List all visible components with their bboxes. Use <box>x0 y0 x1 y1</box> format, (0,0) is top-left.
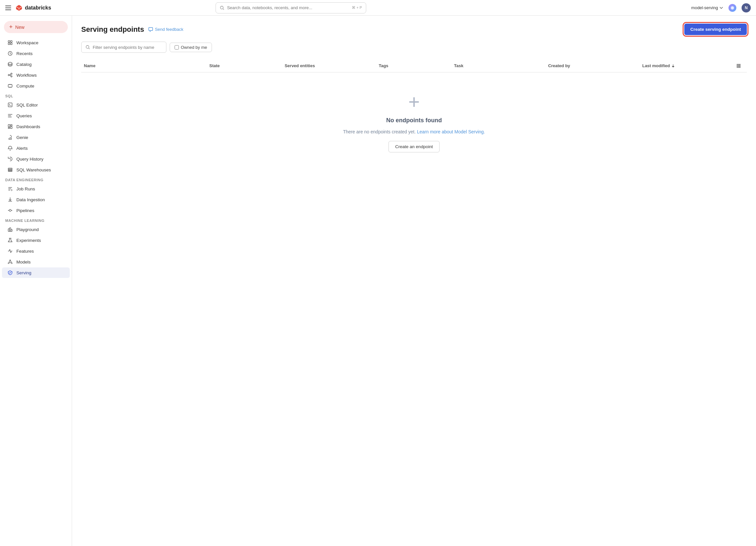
owned-by-me-filter[interactable]: Owned by me <box>170 43 212 52</box>
sql-section-label: SQL <box>0 91 72 99</box>
sidebar-item-catalog[interactable]: Catalog <box>2 59 70 69</box>
sidebar-item-dashboards[interactable]: Dashboards <box>2 121 70 132</box>
svg-rect-15 <box>8 127 10 128</box>
svg-rect-28 <box>738 64 739 67</box>
serving-icon <box>7 270 13 276</box>
svg-point-9 <box>11 76 12 77</box>
sidebar-item-query-history[interactable]: Query History <box>2 154 70 164</box>
features-icon <box>7 248 13 254</box>
sidebar-section-data-engineering: Data Engineering Job Runs Data Ingestion… <box>0 175 72 216</box>
sidebar-item-pipelines[interactable]: Pipelines <box>2 205 70 216</box>
plus-icon: + <box>9 24 13 30</box>
sidebar-item-sql-editor[interactable]: SQL Editor <box>2 100 70 110</box>
owned-by-me-checkbox[interactable] <box>175 45 179 49</box>
svg-rect-2 <box>8 41 10 42</box>
layout: + New Workspace Recents Catalog <box>0 16 756 546</box>
job-runs-icon <box>7 186 13 192</box>
sidebar-item-compute[interactable]: Compute <box>2 81 70 91</box>
sidebar-item-job-runs[interactable]: Job Runs <box>2 183 70 194</box>
search-icon <box>220 6 224 10</box>
workspace-selector[interactable]: model-serving <box>691 5 723 10</box>
svg-rect-3 <box>10 41 12 42</box>
sidebar-item-workspace[interactable]: Workspace <box>2 37 70 48</box>
filters-row: Owned by me <box>81 42 747 53</box>
models-icon <box>7 259 13 265</box>
alerts-icon <box>7 145 13 151</box>
svg-rect-18 <box>8 171 12 171</box>
sidebar-item-workflows[interactable]: Workflows <box>2 70 70 80</box>
sidebar-item-alerts[interactable]: Alerts <box>2 143 70 153</box>
menu-button[interactable] <box>5 6 11 10</box>
sidebar: + New Workspace Recents Catalog <box>0 16 72 546</box>
sort-icon <box>671 64 675 68</box>
sidebar-item-recents[interactable]: Recents <box>2 48 70 59</box>
col-name: Name <box>81 62 207 69</box>
avatar[interactable]: N <box>742 3 751 12</box>
page-header: Serving endpoints Send feedback Create s… <box>81 24 747 35</box>
svg-rect-27 <box>737 64 738 67</box>
ai-assistant-icon[interactable] <box>728 4 736 12</box>
svg-rect-13 <box>10 124 12 126</box>
sql-warehouses-icon <box>7 167 13 173</box>
chevron-down-icon <box>719 6 723 10</box>
sidebar-item-serving[interactable]: Serving <box>2 267 70 278</box>
pipelines-icon <box>7 207 13 213</box>
search-bar[interactable]: ⌘ + P <box>216 2 366 13</box>
catalog-icon <box>7 61 13 67</box>
top-nav: databricks ⌘ + P model-serving N <box>0 0 756 16</box>
sidebar-item-experiments[interactable]: Experiments <box>2 235 70 245</box>
sidebar-section-ml: Machine Learning Playground Experiments … <box>0 216 72 278</box>
chat-icon <box>148 27 153 32</box>
data-ingestion-icon <box>7 197 13 202</box>
svg-point-22 <box>9 261 11 263</box>
logo: databricks <box>15 4 51 12</box>
col-served-entities: Served entities <box>282 62 376 69</box>
workflows-icon <box>7 72 13 78</box>
playground-icon <box>7 226 13 232</box>
filter-input[interactable] <box>93 45 162 50</box>
col-task: Task <box>451 62 545 69</box>
svg-rect-16 <box>8 168 12 169</box>
sidebar-item-playground[interactable]: Playground <box>2 224 70 235</box>
sidebar-item-models[interactable]: Models <box>2 256 70 267</box>
svg-point-23 <box>10 260 11 261</box>
col-options <box>734 62 747 69</box>
sidebar-item-features[interactable]: Features <box>2 246 70 256</box>
search-input[interactable] <box>227 5 349 10</box>
svg-rect-21 <box>11 229 12 231</box>
svg-point-8 <box>11 73 12 74</box>
sidebar-item-data-ingestion[interactable]: Data Ingestion <box>2 194 70 205</box>
filter-search-box[interactable] <box>81 42 166 53</box>
svg-rect-29 <box>740 64 741 67</box>
sidebar-item-genie[interactable]: Genie <box>2 132 70 142</box>
sidebar-item-sql-warehouses[interactable]: SQL Warehouses <box>2 164 70 175</box>
data-engineering-label: Data Engineering <box>0 175 72 183</box>
sidebar-item-queries[interactable]: Queries <box>2 110 70 121</box>
new-button[interactable]: + New <box>4 21 68 33</box>
page-title: Serving endpoints <box>81 25 144 34</box>
page-title-area: Serving endpoints Send feedback <box>81 25 183 34</box>
create-endpoint-button[interactable]: Create an endpoint <box>388 141 440 152</box>
sql-editor-icon <box>7 102 13 108</box>
svg-rect-5 <box>10 43 12 45</box>
svg-point-1 <box>732 7 733 9</box>
svg-rect-17 <box>8 169 12 170</box>
queries-icon <box>7 113 13 119</box>
filter-search-icon <box>85 45 90 49</box>
empty-title: No endpoints found <box>386 117 442 124</box>
svg-rect-10 <box>8 85 12 87</box>
workspace-icon <box>7 40 13 46</box>
main-content: Serving endpoints Send feedback Create s… <box>72 16 756 546</box>
sidebar-section-main: Workspace Recents Catalog Workflows <box>0 37 72 91</box>
col-tags: Tags <box>376 62 451 69</box>
svg-point-25 <box>11 263 12 264</box>
learn-more-link[interactable]: Learn more about Model Serving. <box>417 129 485 134</box>
col-created-by: Created by <box>545 62 639 69</box>
create-serving-endpoint-button[interactable]: Create serving endpoint <box>684 24 747 35</box>
columns-icon[interactable] <box>736 64 741 68</box>
table-header: Name State Served entities Tags Task Cre… <box>81 59 747 72</box>
feedback-link[interactable]: Send feedback <box>148 27 183 32</box>
ml-section-label: Machine Learning <box>0 216 72 224</box>
svg-rect-4 <box>8 43 10 45</box>
experiments-icon <box>7 237 13 243</box>
